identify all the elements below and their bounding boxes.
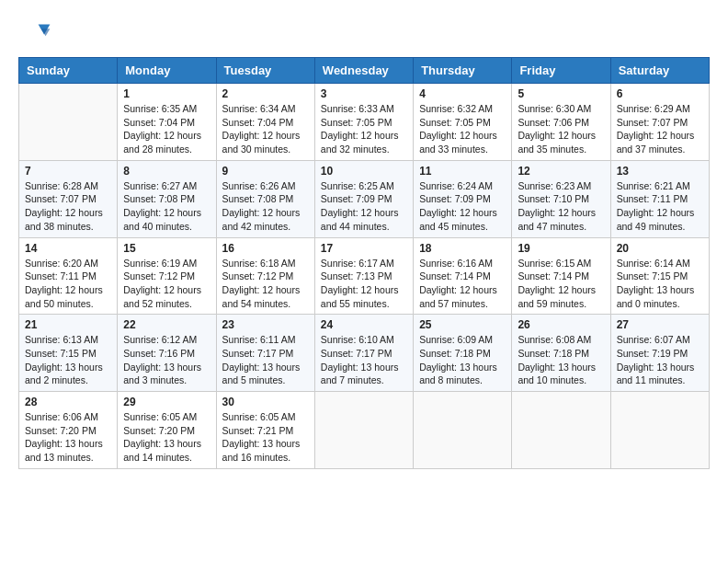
svg-marker-1 — [41, 29, 51, 36]
calendar-cell: 28Sunrise: 6:06 AMSunset: 7:20 PMDayligh… — [19, 392, 118, 469]
calendar-week-row: 28Sunrise: 6:06 AMSunset: 7:20 PMDayligh… — [19, 392, 710, 469]
calendar-cell — [610, 392, 709, 469]
day-number: 3 — [321, 87, 407, 100]
day-info: Sunrise: 6:24 AMSunset: 7:09 PMDaylight:… — [419, 179, 506, 234]
calendar-cell: 25Sunrise: 6:09 AMSunset: 7:18 PMDayligh… — [414, 315, 512, 392]
calendar-cell: 8Sunrise: 6:27 AMSunset: 7:08 PMDaylight… — [118, 160, 216, 237]
day-info: Sunrise: 6:08 AMSunset: 7:18 PMDaylight:… — [518, 333, 604, 387]
calendar-cell: 5Sunrise: 6:30 AMSunset: 7:06 PMDaylight… — [512, 84, 610, 161]
calendar-cell: 26Sunrise: 6:08 AMSunset: 7:18 PMDayligh… — [512, 315, 610, 392]
logo — [18, 18, 51, 48]
day-number: 4 — [419, 87, 506, 100]
day-info: Sunrise: 6:14 AMSunset: 7:15 PMDaylight:… — [617, 257, 703, 311]
calendar-cell: 7Sunrise: 6:28 AMSunset: 7:07 PMDaylight… — [19, 160, 118, 237]
calendar-cell: 12Sunrise: 6:23 AMSunset: 7:10 PMDayligh… — [512, 160, 610, 237]
day-info: Sunrise: 6:17 AMSunset: 7:13 PMDaylight:… — [321, 257, 407, 311]
calendar-cell: 18Sunrise: 6:16 AMSunset: 7:14 PMDayligh… — [414, 237, 512, 315]
day-number: 24 — [321, 318, 407, 331]
day-info: Sunrise: 6:30 AMSunset: 7:06 PMDaylight:… — [518, 102, 604, 156]
day-info: Sunrise: 6:18 AMSunset: 7:12 PMDaylight:… — [222, 257, 309, 311]
day-number: 26 — [518, 318, 604, 331]
calendar-table: SundayMondayTuesdayWednesdayThursdayFrid… — [18, 57, 710, 469]
day-info: Sunrise: 6:25 AMSunset: 7:09 PMDaylight:… — [321, 179, 407, 234]
day-number: 27 — [617, 318, 703, 331]
day-number: 30 — [222, 396, 309, 408]
day-info: Sunrise: 6:28 AMSunset: 7:07 PMDaylight:… — [25, 179, 111, 234]
day-number: 14 — [25, 242, 111, 255]
day-number: 18 — [419, 242, 506, 255]
page-header — [18, 18, 710, 48]
weekday-header-row: SundayMondayTuesdayWednesdayThursdayFrid… — [19, 58, 710, 84]
day-info: Sunrise: 6:27 AMSunset: 7:08 PMDaylight:… — [123, 179, 210, 234]
day-number: 13 — [617, 165, 703, 178]
day-number: 28 — [25, 396, 111, 408]
calendar-cell — [512, 392, 610, 469]
day-number: 15 — [123, 242, 210, 255]
calendar-cell: 11Sunrise: 6:24 AMSunset: 7:09 PMDayligh… — [414, 160, 512, 237]
day-number: 2 — [222, 87, 309, 100]
calendar-cell: 14Sunrise: 6:20 AMSunset: 7:11 PMDayligh… — [19, 237, 118, 315]
calendar-cell — [19, 84, 118, 161]
weekday-header-friday: Friday — [512, 58, 610, 84]
day-number: 29 — [123, 396, 210, 408]
day-info: Sunrise: 6:16 AMSunset: 7:14 PMDaylight:… — [419, 257, 506, 311]
day-info: Sunrise: 6:12 AMSunset: 7:16 PMDaylight:… — [123, 333, 210, 387]
calendar-cell: 27Sunrise: 6:07 AMSunset: 7:19 PMDayligh… — [610, 315, 709, 392]
weekday-header-monday: Monday — [118, 58, 216, 84]
calendar-cell: 22Sunrise: 6:12 AMSunset: 7:16 PMDayligh… — [118, 315, 216, 392]
calendar-cell: 1Sunrise: 6:35 AMSunset: 7:04 PMDaylight… — [118, 84, 216, 161]
weekday-header-wednesday: Wednesday — [314, 58, 413, 84]
calendar-cell: 10Sunrise: 6:25 AMSunset: 7:09 PMDayligh… — [314, 160, 413, 237]
day-info: Sunrise: 6:26 AMSunset: 7:08 PMDaylight:… — [222, 179, 309, 234]
day-number: 9 — [222, 165, 309, 178]
day-info: Sunrise: 6:35 AMSunset: 7:04 PMDaylight:… — [123, 102, 210, 156]
calendar-cell: 6Sunrise: 6:29 AMSunset: 7:07 PMDaylight… — [610, 84, 709, 161]
calendar-cell — [414, 392, 512, 469]
day-info: Sunrise: 6:21 AMSunset: 7:11 PMDaylight:… — [617, 179, 703, 234]
day-info: Sunrise: 6:05 AMSunset: 7:21 PMDaylight:… — [222, 410, 309, 465]
calendar-cell: 2Sunrise: 6:34 AMSunset: 7:04 PMDaylight… — [216, 84, 314, 161]
calendar-cell: 17Sunrise: 6:17 AMSunset: 7:13 PMDayligh… — [314, 237, 413, 315]
day-number: 16 — [222, 242, 309, 255]
calendar-week-row: 7Sunrise: 6:28 AMSunset: 7:07 PMDaylight… — [19, 160, 710, 237]
calendar-week-row: 14Sunrise: 6:20 AMSunset: 7:11 PMDayligh… — [19, 237, 710, 315]
day-number: 7 — [25, 165, 111, 178]
day-info: Sunrise: 6:10 AMSunset: 7:17 PMDaylight:… — [321, 333, 407, 387]
day-info: Sunrise: 6:19 AMSunset: 7:12 PMDaylight:… — [123, 257, 210, 311]
weekday-header-thursday: Thursday — [414, 58, 512, 84]
calendar-cell: 24Sunrise: 6:10 AMSunset: 7:17 PMDayligh… — [314, 315, 413, 392]
calendar-week-row: 1Sunrise: 6:35 AMSunset: 7:04 PMDaylight… — [19, 84, 710, 161]
calendar-cell: 23Sunrise: 6:11 AMSunset: 7:17 PMDayligh… — [216, 315, 314, 392]
day-info: Sunrise: 6:15 AMSunset: 7:14 PMDaylight:… — [518, 257, 604, 311]
calendar-cell: 20Sunrise: 6:14 AMSunset: 7:15 PMDayligh… — [610, 237, 709, 315]
day-number: 1 — [123, 87, 210, 100]
day-info: Sunrise: 6:33 AMSunset: 7:05 PMDaylight:… — [321, 102, 407, 156]
day-number: 6 — [617, 87, 703, 100]
calendar-cell: 19Sunrise: 6:15 AMSunset: 7:14 PMDayligh… — [512, 237, 610, 315]
day-number: 12 — [518, 165, 604, 178]
day-number: 8 — [123, 165, 210, 178]
day-number: 10 — [321, 165, 407, 178]
calendar-cell: 3Sunrise: 6:33 AMSunset: 7:05 PMDaylight… — [314, 84, 413, 161]
calendar-cell: 13Sunrise: 6:21 AMSunset: 7:11 PMDayligh… — [610, 160, 709, 237]
calendar-cell: 4Sunrise: 6:32 AMSunset: 7:05 PMDaylight… — [414, 84, 512, 161]
calendar-cell: 29Sunrise: 6:05 AMSunset: 7:20 PMDayligh… — [118, 392, 216, 469]
day-info: Sunrise: 6:06 AMSunset: 7:20 PMDaylight:… — [25, 410, 111, 465]
day-info: Sunrise: 6:11 AMSunset: 7:17 PMDaylight:… — [222, 333, 309, 387]
day-info: Sunrise: 6:05 AMSunset: 7:20 PMDaylight:… — [123, 410, 210, 465]
day-info: Sunrise: 6:29 AMSunset: 7:07 PMDaylight:… — [617, 102, 703, 156]
day-info: Sunrise: 6:07 AMSunset: 7:19 PMDaylight:… — [617, 333, 703, 387]
day-number: 19 — [518, 242, 604, 255]
calendar-cell — [314, 392, 413, 469]
calendar-cell: 9Sunrise: 6:26 AMSunset: 7:08 PMDaylight… — [216, 160, 314, 237]
day-number: 22 — [123, 318, 210, 331]
logo-icon — [22, 18, 51, 48]
calendar-cell: 30Sunrise: 6:05 AMSunset: 7:21 PMDayligh… — [216, 392, 314, 469]
weekday-header-saturday: Saturday — [610, 58, 709, 84]
day-number: 20 — [617, 242, 703, 255]
weekday-header-tuesday: Tuesday — [216, 58, 314, 84]
day-number: 17 — [321, 242, 407, 255]
calendar-week-row: 21Sunrise: 6:13 AMSunset: 7:15 PMDayligh… — [19, 315, 710, 392]
day-number: 5 — [518, 87, 604, 100]
day-info: Sunrise: 6:34 AMSunset: 7:04 PMDaylight:… — [222, 102, 309, 156]
